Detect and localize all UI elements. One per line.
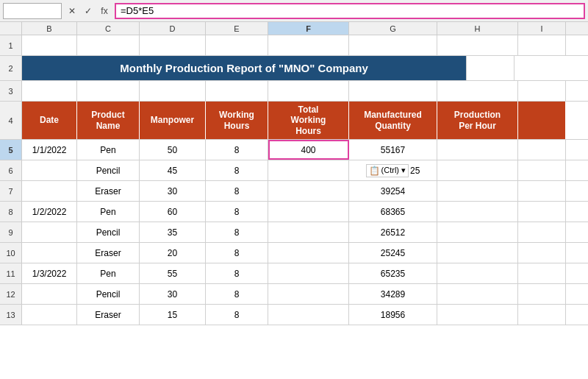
cell-g1[interactable]	[349, 35, 437, 55]
cell-e3[interactable]	[206, 81, 268, 101]
cell-wh-11[interactable]: 8	[206, 263, 268, 283]
cell-manpower-6[interactable]: 45	[140, 160, 206, 180]
cell-twh-9[interactable]	[268, 222, 349, 242]
cell-wh-13[interactable]: 8	[206, 305, 268, 325]
clipboard-popup[interactable]: 📋 (Ctrl) ▾	[366, 164, 409, 177]
cell-twh-7[interactable]	[268, 181, 349, 201]
cell-twh-11[interactable]	[268, 263, 349, 283]
cell-extra-8[interactable]	[518, 202, 566, 222]
cell-extra-13[interactable]	[518, 305, 566, 325]
cell-pph-7[interactable]	[437, 181, 518, 201]
cell-mfg-5[interactable]: 55167	[349, 140, 437, 160]
cell-f3[interactable]	[268, 81, 349, 101]
name-box[interactable]: F5	[3, 3, 62, 19]
cell-d3[interactable]	[140, 81, 206, 101]
cell-pph-5[interactable]	[437, 140, 518, 160]
cell-mfg-12[interactable]: 34289	[349, 284, 437, 304]
cell-date-6[interactable]	[22, 160, 77, 180]
cell-e1[interactable]	[206, 35, 268, 55]
cell-manpower-7[interactable]: 30	[140, 181, 206, 201]
cell-twh-6[interactable]	[268, 160, 349, 180]
col-header-i[interactable]: I	[518, 22, 566, 35]
cell-b3[interactable]	[22, 81, 77, 101]
cell-mfg-13[interactable]: 18956	[349, 305, 437, 325]
cell-manpower-9[interactable]: 35	[140, 222, 206, 242]
cell-manpower-12[interactable]: 30	[140, 284, 206, 304]
col-header-b[interactable]: B	[22, 22, 77, 35]
cell-product-6[interactable]: Pencil	[77, 160, 140, 180]
cell-i1[interactable]	[518, 35, 566, 55]
cell-i2[interactable]	[467, 56, 514, 80]
col-header-f[interactable]: F	[268, 22, 349, 35]
col-header-g[interactable]: G	[349, 22, 437, 35]
cell-date-12[interactable]	[22, 284, 77, 304]
cell-extra-12[interactable]	[518, 284, 566, 304]
cell-i3[interactable]	[518, 81, 566, 101]
cell-pph-8[interactable]	[437, 202, 518, 222]
cell-date-11[interactable]: 1/3/2022	[22, 263, 77, 283]
cell-mfg-8[interactable]: 68365	[349, 202, 437, 222]
cell-wh-12[interactable]: 8	[206, 284, 268, 304]
cell-d1[interactable]	[140, 35, 206, 55]
cell-product-11[interactable]: Pen	[77, 263, 140, 283]
cell-twh-13[interactable]	[268, 305, 349, 325]
cell-twh-12[interactable]	[268, 284, 349, 304]
cell-extra-6[interactable]	[518, 160, 566, 180]
cell-c1[interactable]	[77, 35, 140, 55]
cell-date-10[interactable]	[22, 243, 77, 263]
cell-c3[interactable]	[77, 81, 140, 101]
cell-wh-10[interactable]: 8	[206, 243, 268, 263]
cell-wh-7[interactable]: 8	[206, 181, 268, 201]
cell-date-5[interactable]: 1/1/2022	[22, 140, 77, 160]
cell-manpower-5[interactable]: 50	[140, 140, 206, 160]
col-header-d[interactable]: D	[140, 22, 206, 35]
cell-twh-10[interactable]	[268, 243, 349, 263]
cell-date-9[interactable]	[22, 222, 77, 242]
cell-extra-7[interactable]	[518, 181, 566, 201]
cell-h1[interactable]	[437, 35, 518, 55]
cell-pph-13[interactable]	[437, 305, 518, 325]
cell-wh-8[interactable]: 8	[206, 202, 268, 222]
cell-product-12[interactable]: Pencil	[77, 284, 140, 304]
cell-manpower-11[interactable]: 55	[140, 263, 206, 283]
cell-twh-8[interactable]	[268, 202, 349, 222]
cell-product-9[interactable]: Pencil	[77, 222, 140, 242]
cell-extra-11[interactable]	[518, 263, 566, 283]
cell-date-8[interactable]: 1/2/2022	[22, 202, 77, 222]
cell-mfg-7[interactable]: 39254	[349, 181, 437, 201]
formula-input[interactable]	[115, 3, 585, 19]
cell-pph-6[interactable]	[437, 160, 518, 180]
cell-wh-5[interactable]: 8	[206, 140, 268, 160]
confirm-icon[interactable]: ✓	[81, 4, 96, 18]
cell-f1[interactable]	[268, 35, 349, 55]
cell-extra-9[interactable]	[518, 222, 566, 242]
col-header-c[interactable]: C	[77, 22, 140, 35]
cell-extra-10[interactable]	[518, 243, 566, 263]
fx-icon[interactable]: fx	[97, 4, 112, 18]
cell-mfg-9[interactable]: 26512	[349, 222, 437, 242]
cell-product-8[interactable]: Pen	[77, 202, 140, 222]
cell-manpower-13[interactable]: 15	[140, 305, 206, 325]
cell-date-7[interactable]	[22, 181, 77, 201]
cell-wh-9[interactable]: 8	[206, 222, 268, 242]
cell-extra-5[interactable]	[518, 140, 566, 160]
cell-h3[interactable]	[437, 81, 518, 101]
cell-g3[interactable]	[349, 81, 437, 101]
cell-mfg-10[interactable]: 25245	[349, 243, 437, 263]
cell-product-5[interactable]: Pen	[77, 140, 140, 160]
cell-product-7[interactable]: Eraser	[77, 181, 140, 201]
cell-twh-5[interactable]: 400	[268, 140, 349, 160]
cell-b1[interactable]	[22, 35, 77, 55]
col-header-e[interactable]: E	[206, 22, 268, 35]
cell-manpower-10[interactable]: 20	[140, 243, 206, 263]
col-header-h[interactable]: H	[437, 22, 518, 35]
cell-product-13[interactable]: Eraser	[77, 305, 140, 325]
cell-mfg-11[interactable]: 65235	[349, 263, 437, 283]
cell-wh-6[interactable]: 8	[206, 160, 268, 180]
cell-manpower-8[interactable]: 60	[140, 202, 206, 222]
cell-pph-12[interactable]	[437, 284, 518, 304]
cell-pph-9[interactable]	[437, 222, 518, 242]
cell-pph-10[interactable]	[437, 243, 518, 263]
cell-mfg-6[interactable]: 📋 (Ctrl) ▾ 25	[349, 160, 437, 180]
cell-date-13[interactable]	[22, 305, 77, 325]
